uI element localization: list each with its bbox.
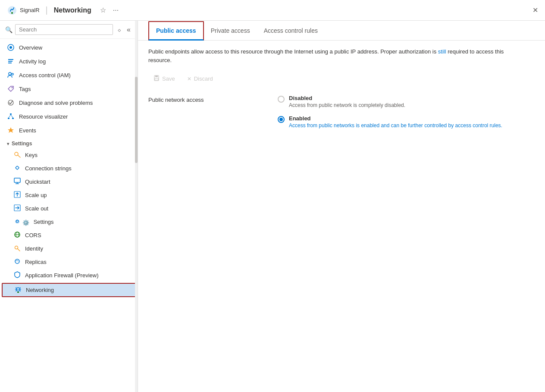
sidebar-item-label: Identity <box>25 245 43 252</box>
sidebar-item-diagnose[interactable]: Diagnose and solve problems <box>0 96 138 110</box>
radio-enabled-label: Enabled <box>289 115 502 122</box>
svg-line-14 <box>9 115 11 118</box>
tab-public-access[interactable]: Public access <box>148 21 204 41</box>
settings-section-header[interactable]: ▾ Settings <box>0 137 138 148</box>
radio-enabled-desc: Access from public networks is enabled a… <box>289 122 502 129</box>
discard-icon: ✕ <box>187 76 191 82</box>
description-text: Public endpoints allow access to this re… <box>148 47 519 64</box>
sidebar: 🔍 ⬦ « Overview <box>0 21 138 392</box>
main-layout: 🔍 ⬦ « Overview <box>0 21 545 392</box>
sidebar-item-label: Scale up <box>25 192 47 198</box>
search-input[interactable] <box>15 24 113 35</box>
favorite-button[interactable]: ☆ <box>98 4 108 16</box>
description-link[interactable]: still <box>438 48 446 55</box>
svg-point-30 <box>15 259 19 263</box>
svg-point-3 <box>9 46 12 49</box>
discard-label: Discard <box>194 75 213 82</box>
sidebar-item-app-firewall[interactable]: Application Firewall (Preview) <box>0 269 138 282</box>
radio-option-disabled[interactable]: Disabled Access from public network is c… <box>278 95 502 108</box>
events-icon <box>7 126 15 134</box>
svg-rect-19 <box>14 178 20 182</box>
pin-button[interactable]: ⬦ <box>116 25 123 34</box>
more-options-button[interactable]: ··· <box>111 5 120 16</box>
page-title: Networking <box>54 6 91 14</box>
network-access-section: Public network access Disabled Access fr… <box>148 95 535 129</box>
radio-option-enabled[interactable]: Enabled Access from public networks is e… <box>278 115 502 129</box>
star-icon: ☆ <box>100 6 106 14</box>
svg-rect-11 <box>10 113 12 115</box>
svg-line-17 <box>18 155 21 157</box>
radio-disabled-input[interactable] <box>278 96 285 103</box>
app-icon: SignalR <box>7 5 40 16</box>
sidebar-item-overview[interactable]: Overview <box>0 41 138 54</box>
svg-rect-35 <box>155 75 158 77</box>
svg-point-9 <box>12 87 13 88</box>
sidebar-item-label: Replicas <box>25 259 47 265</box>
signalr-icon <box>7 5 17 16</box>
svg-point-7 <box>9 72 11 75</box>
app-name: SignalR <box>20 7 40 13</box>
tab-label: Private access <box>211 27 250 34</box>
svg-point-33 <box>17 292 19 293</box>
sidebar-item-access-control[interactable]: Access control (IAM) <box>0 68 138 82</box>
sidebar-item-events[interactable]: Events <box>0 123 138 137</box>
more-icon: ··· <box>113 6 119 14</box>
sidebar-item-keys[interactable]: Keys <box>0 148 138 162</box>
sidebar-item-connection-strings[interactable]: Connection strings <box>0 162 138 175</box>
radio-enabled-input[interactable] <box>278 116 285 123</box>
tags-icon <box>7 85 15 93</box>
tab-label: Access control rules <box>264 27 318 34</box>
top-bar: SignalR | Networking ☆ ··· ✕ <box>0 0 545 21</box>
discard-button[interactable]: ✕ Discard <box>182 73 218 84</box>
sidebar-item-label: Settings <box>34 219 54 225</box>
quickstart-icon <box>14 178 21 186</box>
keys-icon <box>14 151 21 159</box>
tab-private-access[interactable]: Private access <box>204 22 257 40</box>
tab-access-control-rules[interactable]: Access control rules <box>257 22 325 40</box>
close-button[interactable]: ✕ <box>532 6 538 14</box>
svg-rect-18 <box>16 166 19 169</box>
svg-point-8 <box>12 73 13 75</box>
collapse-button[interactable]: « <box>125 25 132 34</box>
replicas-icon <box>14 258 21 266</box>
toolbar: Save ✕ Discard <box>148 73 535 85</box>
sidebar-item-label: Keys <box>25 152 38 158</box>
svg-point-28 <box>15 246 18 249</box>
sidebar-item-activity-log[interactable]: Activity log <box>0 54 138 68</box>
connection-strings-icon <box>14 164 21 172</box>
sidebar-item-label: Overview <box>19 44 42 51</box>
sidebar-item-label: Quickstart <box>25 179 50 185</box>
radio-enabled-content: Enabled Access from public networks is e… <box>289 115 502 129</box>
close-icon: ✕ <box>532 6 538 14</box>
app-firewall-icon <box>14 271 21 279</box>
networking-icon <box>15 286 22 294</box>
scale-up-icon <box>14 191 21 199</box>
sidebar-item-resource-visualizer[interactable]: Resource visualizer <box>0 110 138 123</box>
sidebar-item-scale-up[interactable]: Scale up <box>0 188 138 202</box>
sidebar-item-settings[interactable]: ⚙️ Settings <box>0 215 138 229</box>
sidebar-item-tags[interactable]: Tags <box>0 82 138 96</box>
settings-icon: ⚙️ <box>14 218 29 226</box>
sidebar-item-label: Tags <box>19 86 31 92</box>
svg-rect-12 <box>8 118 9 119</box>
sidebar-item-replicas[interactable]: Replicas <box>0 255 138 269</box>
sidebar-item-quickstart[interactable]: Quickstart <box>0 175 138 188</box>
svg-line-15 <box>11 115 13 118</box>
sidebar-item-cors[interactable]: CORS <box>0 229 138 242</box>
save-icon <box>153 75 160 82</box>
sidebar-scrollbar[interactable] <box>135 21 138 392</box>
sidebar-item-label: Scale out <box>25 205 48 212</box>
sidebar-item-scale-out[interactable]: Scale out <box>0 202 138 215</box>
sidebar-item-label: Access control (IAM) <box>19 72 71 78</box>
identity-icon <box>14 245 21 253</box>
sidebar-item-label: Diagnose and solve problems <box>19 100 93 106</box>
save-button[interactable]: Save <box>148 73 180 85</box>
sidebar-item-identity[interactable]: Identity <box>0 242 138 255</box>
radio-group: Disabled Access from public network is c… <box>278 95 502 129</box>
sidebar-item-label: Networking <box>26 287 54 293</box>
sidebar-item-networking[interactable]: Networking <box>2 283 136 297</box>
sidebar-item-label: CORS <box>25 232 41 238</box>
sidebar-item-label: Resource visualizer <box>19 113 68 120</box>
radio-disabled-desc: Access from public network is completely… <box>289 102 405 108</box>
sidebar-item-label: Events <box>19 127 36 134</box>
